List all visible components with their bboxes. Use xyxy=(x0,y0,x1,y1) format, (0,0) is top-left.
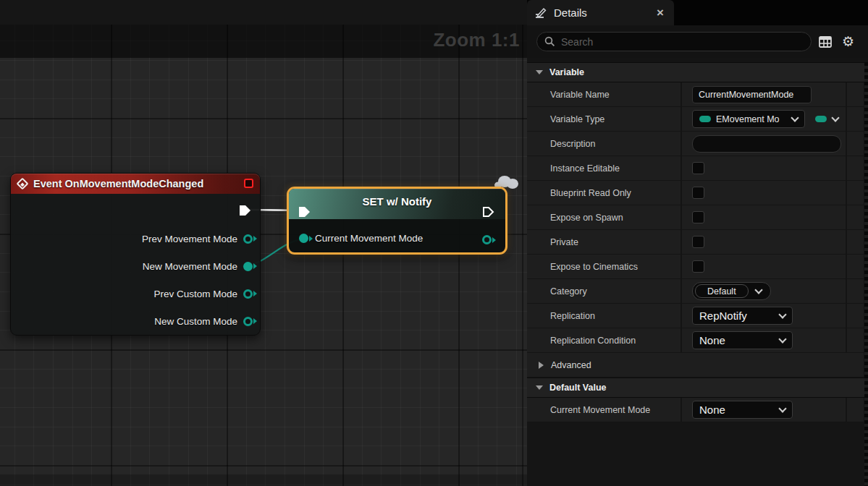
event-node-title: Event OnMovementModeChanged xyxy=(33,178,203,189)
enum-type-pill-icon xyxy=(699,116,711,122)
chevron-down-icon xyxy=(791,114,799,122)
search-box[interactable] xyxy=(536,32,812,51)
pin-label: Prev Movement Mode xyxy=(142,234,237,244)
row-description: Description xyxy=(527,132,864,156)
current-movement-mode-value: None xyxy=(699,404,775,416)
pin-label: Current Movement Mode xyxy=(315,233,423,244)
row-tail xyxy=(846,255,864,278)
graph-bottom-band xyxy=(0,474,527,486)
search-input[interactable] xyxy=(561,36,804,48)
exec-out-pin[interactable] xyxy=(239,205,251,216)
property-label: Blueprint Read Only xyxy=(550,188,631,198)
row-tail xyxy=(846,398,864,422)
details-panel: Details × ⚙ xyxy=(527,0,868,486)
details-tabbar: Details × xyxy=(527,0,868,25)
chevron-down-icon xyxy=(536,385,543,390)
property-label: Expose on Spawn xyxy=(550,213,623,223)
row-advanced[interactable]: Advanced xyxy=(527,353,864,378)
section-header-default-value[interactable]: Default Value xyxy=(527,378,868,398)
section-header-variable[interactable]: Variable xyxy=(527,62,868,82)
row-tail xyxy=(846,156,864,180)
row-tail xyxy=(846,304,864,328)
chevron-down-icon xyxy=(778,404,786,412)
set-notify-node[interactable]: SET w/ Notify Current Movement Mode xyxy=(287,187,507,255)
row-variable-type: Variable Type EMovement Mo xyxy=(527,107,864,132)
row-tail xyxy=(846,82,864,106)
advanced-label: Advanced xyxy=(551,360,591,370)
section-title: Default Value xyxy=(549,383,607,393)
property-label: Category xyxy=(550,286,587,297)
close-icon[interactable]: × xyxy=(654,7,667,19)
scrollbar[interactable] xyxy=(864,62,868,486)
row-tail xyxy=(846,181,864,205)
set-node-title: SET w/ Notify xyxy=(289,195,505,208)
exec-out-pin[interactable] xyxy=(482,206,494,218)
category-value[interactable]: Default xyxy=(695,284,749,298)
current-movement-mode-dropdown[interactable]: None xyxy=(692,401,793,419)
replication-value: RepNotify xyxy=(699,310,775,322)
property-label: Description xyxy=(550,139,596,149)
pin-label: New Movement Mode xyxy=(143,261,237,272)
event-node[interactable]: Event OnMovementModeChanged Prev Movemen… xyxy=(10,173,261,336)
variable-rows: Variable Name Variable Type EMovement Mo xyxy=(527,82,868,378)
row-tail xyxy=(846,279,864,303)
instance-editable-checkbox[interactable] xyxy=(692,162,704,174)
container-type-pill-icon xyxy=(815,116,827,122)
property-label: Current Movement Mode xyxy=(550,405,650,415)
pin-row: Prev Custom Mode xyxy=(153,286,253,301)
row-expose-to-cinematics: Expose to Cinematics xyxy=(527,255,864,279)
settings-gear-icon[interactable]: ⚙ xyxy=(842,35,854,48)
panel-empty-area xyxy=(527,422,868,486)
blueprint-graph[interactable]: Zoom 1:1 Event OnMovementModeChanged Pre… xyxy=(0,0,527,486)
row-expose-on-spawn: Expose on Spawn xyxy=(527,205,864,230)
pin-row: New Movement Mode xyxy=(143,259,253,273)
container-type-dropdown[interactable] xyxy=(815,116,838,122)
property-label: Replication xyxy=(550,311,595,321)
row-replication-condition: Replication Condition None xyxy=(527,328,864,353)
property-label: Instance Editable xyxy=(550,163,620,174)
pin-row: New Custom Mode xyxy=(154,314,253,328)
chevron-down-icon xyxy=(778,310,786,318)
replication-condition-value: None xyxy=(699,334,775,346)
graph-top-band xyxy=(0,0,527,25)
section-title: Variable xyxy=(549,67,584,77)
default-value-rows: Current Movement Mode None xyxy=(527,398,868,422)
variable-type-dropdown[interactable]: EMovement Mo xyxy=(692,110,805,128)
prev-custom-mode-pin[interactable] xyxy=(243,289,253,299)
details-tab-icon xyxy=(534,7,547,20)
event-node-header[interactable]: Event OnMovementModeChanged xyxy=(11,174,260,194)
description-input[interactable] xyxy=(692,135,841,153)
expose-to-cinematics-checkbox[interactable] xyxy=(692,260,704,273)
pin-label: Prev Custom Mode xyxy=(153,289,237,299)
event-icon xyxy=(17,178,29,190)
expose-on-spawn-checkbox[interactable] xyxy=(692,211,704,223)
variable-name-input[interactable] xyxy=(692,86,812,103)
new-movement-mode-pin[interactable] xyxy=(243,262,253,271)
chevron-down-icon xyxy=(778,335,786,343)
replication-condition-dropdown[interactable]: None xyxy=(692,331,793,349)
private-checkbox[interactable] xyxy=(692,236,704,248)
row-blueprint-read-only: Blueprint Read Only xyxy=(527,181,864,205)
row-tail xyxy=(846,132,864,155)
property-label: Variable Name xyxy=(550,90,610,100)
category-combo[interactable]: Default xyxy=(692,282,771,300)
value-out-pin[interactable] xyxy=(482,235,492,244)
property-label: Replication Condition xyxy=(550,336,636,346)
row-replication: Replication RepNotify xyxy=(527,304,864,328)
new-custom-mode-pin[interactable] xyxy=(243,317,253,326)
replication-dropdown[interactable]: RepNotify xyxy=(692,307,793,325)
display-filter-icon[interactable] xyxy=(819,36,832,48)
row-tail xyxy=(846,205,864,229)
row-tail xyxy=(846,328,864,352)
current-movement-mode-in-pin[interactable] xyxy=(299,234,308,243)
pin-row: Current Movement Mode xyxy=(299,233,423,244)
exec-in-pin[interactable] xyxy=(298,206,311,218)
pin-row: Prev Movement Mode xyxy=(142,231,253,246)
details-tab[interactable]: Details × xyxy=(527,0,674,25)
blueprint-read-only-checkbox[interactable] xyxy=(692,187,704,199)
details-tab-title: Details xyxy=(554,7,654,19)
delegate-pin[interactable] xyxy=(244,179,253,188)
row-tail xyxy=(846,107,864,131)
details-search-row: ⚙ xyxy=(527,25,868,58)
prev-movement-mode-pin[interactable] xyxy=(243,234,253,244)
